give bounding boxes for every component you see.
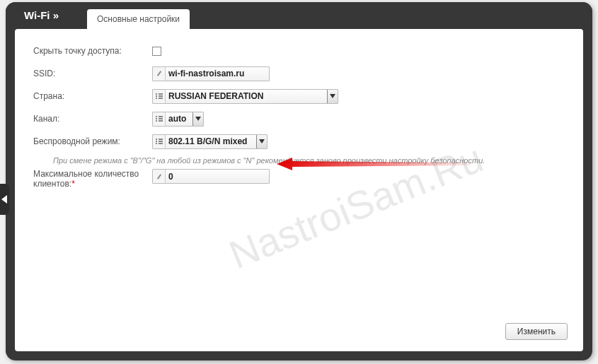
label-country: Страна:	[33, 91, 152, 101]
chevron-down-icon	[256, 135, 267, 148]
app-frame: Wi-Fi » Основные настройки Скрыть точку …	[6, 2, 592, 360]
header-bar: Wi-Fi » Основные настройки	[6, 2, 592, 29]
row-max-clients: Максимальное количество клиентов:*	[33, 169, 568, 189]
label-max-clients: Максимальное количество клиентов:*	[33, 169, 152, 189]
svg-marker-4	[1, 195, 7, 204]
chevron-down-icon	[327, 90, 338, 103]
tab-basic-settings[interactable]: Основные настройки	[87, 9, 190, 29]
mode-change-hint: При смене режима с "B"/"G" на любой из р…	[33, 156, 568, 165]
sidebar-toggle[interactable]	[0, 184, 9, 215]
required-asterisk: *	[71, 179, 75, 189]
ssid-input[interactable]	[166, 67, 269, 81]
label-ssid: SSID:	[33, 69, 152, 78]
label-channel: Канал:	[33, 114, 152, 124]
chevron-down-icon	[192, 112, 203, 126]
checkbox-hide-ap[interactable]	[152, 47, 161, 56]
label-wireless-mode: Беспроводной режим:	[33, 136, 152, 146]
submit-button[interactable]: Изменить	[505, 323, 568, 340]
row-wireless-mode: Беспроводной режим: 802.11 B/G/N mixed	[33, 134, 568, 149]
list-icon	[153, 135, 166, 148]
channel-value: auto	[166, 112, 192, 126]
row-ssid: SSID:	[33, 66, 568, 81]
row-channel: Канал: auto	[33, 111, 568, 127]
content-panel: Скрыть точку доступа: SSID: Страна: RUSS…	[15, 29, 583, 351]
svg-marker-2	[259, 139, 265, 143]
wireless-mode-value: 802.11 B/G/N mixed	[166, 135, 256, 148]
max-clients-field-wrap	[152, 169, 270, 184]
pencil-icon	[153, 67, 166, 81]
row-country: Страна: RUSSIAN FEDERATION	[33, 88, 568, 104]
ssid-field-wrap	[152, 66, 270, 81]
label-max-clients-l2: клиентов:	[33, 179, 71, 189]
label-hide-ap: Скрыть точку доступа:	[33, 46, 152, 56]
section-title: Wi-Fi »	[24, 9, 59, 21]
country-select[interactable]: RUSSIAN FEDERATION	[152, 89, 338, 104]
list-icon	[153, 112, 166, 126]
row-hide-ap: Скрыть точку доступа:	[33, 43, 568, 59]
wireless-mode-select[interactable]: 802.11 B/G/N mixed	[152, 134, 268, 149]
label-max-clients-l1: Максимальное количество	[33, 169, 139, 179]
channel-select[interactable]: auto	[152, 112, 204, 127]
max-clients-input[interactable]	[166, 170, 269, 183]
svg-marker-1	[195, 117, 201, 121]
list-icon	[153, 90, 166, 103]
pencil-icon	[153, 170, 166, 183]
country-value: RUSSIAN FEDERATION	[166, 90, 327, 103]
svg-marker-0	[330, 94, 335, 98]
